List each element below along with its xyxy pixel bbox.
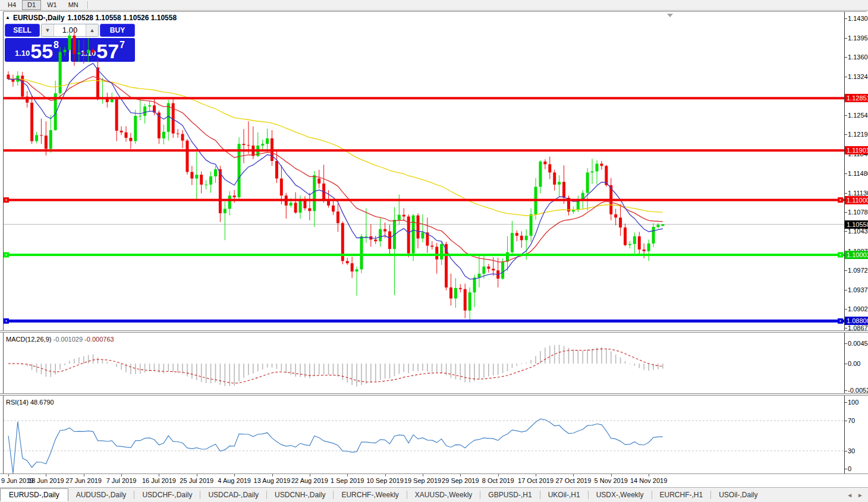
time-axis-label: 7 Jul 2019 (106, 477, 137, 484)
time-axis-label: 27 Jun 2019 (65, 477, 102, 484)
price-axis-label: 1.14300 (848, 15, 868, 22)
macd-value: -0.001029 (53, 336, 83, 343)
time-axis-tick (159, 474, 159, 476)
time-axis-label: 22 Aug 2019 (291, 477, 328, 484)
rsi-label: RSI(14) (6, 399, 29, 406)
macd-pane[interactable] (4, 333, 844, 393)
time-axis-tick (84, 474, 84, 476)
hline-price-tag: 1.11000 (845, 196, 868, 204)
price-axis-label: 1.13240 (848, 73, 868, 80)
price-axis-label: 1.13600 (848, 53, 868, 61)
timeframe-button-d1[interactable]: D1 (22, 0, 41, 10)
symbol-tab-bar: EURUSD-,DailyAUDUSD-,DailyUSDCHF-,DailyU… (0, 487, 868, 502)
time-axis-label: 5 Nov 2019 (595, 477, 628, 484)
time-axis-tick (649, 474, 649, 476)
time-axis-tick (536, 474, 536, 476)
price-axis-label: 1.11480 (848, 170, 868, 177)
tab-audusd-daily[interactable]: AUDUSD-,Daily (68, 489, 134, 501)
time-axis-tick (310, 474, 310, 476)
price-axis-label: 1.12540 (848, 112, 868, 119)
hline-price-tag: 1.11901 (845, 146, 868, 154)
tab-eurusd-daily[interactable]: EURUSD-,Daily (0, 488, 68, 501)
trading-terminal-window: H4D1W1MN ▲ EURUSD-,Daily 1.10528 1.10558… (0, 0, 868, 502)
tab-usdcad-daily[interactable]: USDCAD-,Daily (200, 489, 266, 501)
rsi-axis-label: 70 (848, 417, 855, 424)
time-axis-tick (347, 474, 348, 476)
time-axis-label: 18 Jun 2019 (28, 477, 64, 484)
time-axis-tick (272, 474, 273, 476)
tab-ukoil-h1[interactable]: UKOil-,H1 (540, 489, 588, 501)
tab-scroll-right-icon[interactable]: ► (857, 492, 863, 498)
tab-usoil-daily[interactable]: USOil-,Daily (711, 489, 765, 501)
price-axis-label: 1.10430 (848, 228, 868, 235)
pane-border (3, 11, 867, 12)
time-axis-label: 25 Jul 2019 (180, 477, 213, 484)
pane-border (3, 12, 4, 474)
tab-eurchf-weekly[interactable]: EURCHF-,Weekly (334, 489, 406, 501)
tab-scroll-nav: ◄► (847, 492, 863, 498)
timeframe-toolbar: H4D1W1MN (0, 0, 868, 11)
time-axis-label: 1 Sep 2019 (331, 477, 364, 484)
time-axis-tick (46, 474, 46, 476)
time-axis-tick (385, 474, 386, 476)
tab-scroll-left-icon[interactable]: ◄ (847, 492, 853, 498)
time-axis-tick (197, 474, 197, 476)
rsi-axis-label: 100 (848, 399, 858, 406)
tab-eurchf-h1[interactable]: EURCHF-,H1 (652, 489, 711, 501)
rsi-axis-label: 30 (848, 447, 855, 454)
time-axis-tick (234, 474, 235, 476)
price-chart[interactable] (4, 12, 844, 331)
hline-price-tag: 1.10003 (845, 251, 868, 259)
rsi-label-row: RSI(14) 48.6790 (6, 399, 54, 406)
time-axis-label: 8 Oct 2019 (482, 477, 514, 484)
timeframe-button-h4[interactable]: H4 (2, 0, 21, 10)
time-axis-label: 14 Nov 2019 (630, 477, 667, 484)
hline-price-tag: 1.12851 (845, 94, 868, 102)
time-axis-tick (573, 474, 574, 476)
tab-xauusd-weekly[interactable]: XAUUSD-,Weekly (407, 489, 480, 501)
pane-border (844, 12, 845, 474)
tab-gbpusd-h1[interactable]: GBPUSD-,H1 (480, 489, 539, 501)
rsi-axis-label: 0 (848, 465, 851, 472)
pane-splitter[interactable] (0, 330, 868, 333)
time-axis-label: 29 Sep 2019 (442, 477, 479, 484)
tab-usdcnh-daily[interactable]: USDCNH-,Daily (267, 489, 333, 501)
time-axis-tick (423, 474, 423, 476)
macd-label: MACD(12,26,9) (6, 336, 51, 343)
price-axis-label: 1.12190 (848, 131, 868, 138)
time-axis-label: 10 Sep 2019 (366, 477, 403, 484)
time-axis-tick (460, 474, 461, 476)
price-axis-label: 1.10780 (848, 209, 868, 216)
time-axis-tick (121, 474, 122, 476)
pane-border (0, 473, 868, 474)
current-price-tag: 1.10558 (845, 220, 868, 229)
macd-label-row: MACD(12,26,9) -0.001029 -0.000763 (6, 336, 114, 343)
chart-shift-marker-icon[interactable] (667, 14, 673, 17)
hline-price-tag: 1.08800 (845, 317, 868, 325)
time-axis-label: 16 Jul 2019 (142, 477, 176, 484)
time-axis-tick (498, 474, 499, 476)
rsi-pane[interactable] (4, 396, 844, 473)
price-axis-label: 1.09020 (848, 305, 868, 312)
toolbar-separator (87, 1, 89, 9)
tab-usdx-weekly[interactable]: USDX-,Weekly (589, 489, 652, 501)
timeframe-button-mn[interactable]: MN (63, 0, 84, 10)
tab-usdchf-daily[interactable]: USDCHF-,Daily (134, 489, 200, 501)
macd-axis-label: 0.00 (848, 360, 860, 367)
price-axis-label: 1.09370 (848, 286, 868, 293)
time-axis-label: 13 Aug 2019 (254, 477, 291, 484)
time-axis-tick (8, 474, 9, 476)
price-axis-label: 1.13950 (848, 34, 868, 42)
price-axis-label: 1.09720 (848, 267, 868, 274)
time-axis-tick (611, 474, 612, 476)
rsi-value: 48.6790 (30, 399, 54, 406)
time-axis-label: 19 Sep 2019 (404, 477, 441, 484)
macd-axis-label: 0.004536 (848, 340, 868, 347)
pane-splitter[interactable] (0, 393, 868, 396)
timeframe-button-w1[interactable]: W1 (42, 0, 62, 10)
time-axis-label: 27 Oct 2019 (555, 477, 591, 484)
macd-signal-value: -0.000763 (84, 336, 114, 343)
time-axis-label: 4 Aug 2019 (218, 477, 251, 484)
time-axis-label: 17 Oct 2019 (518, 477, 553, 484)
